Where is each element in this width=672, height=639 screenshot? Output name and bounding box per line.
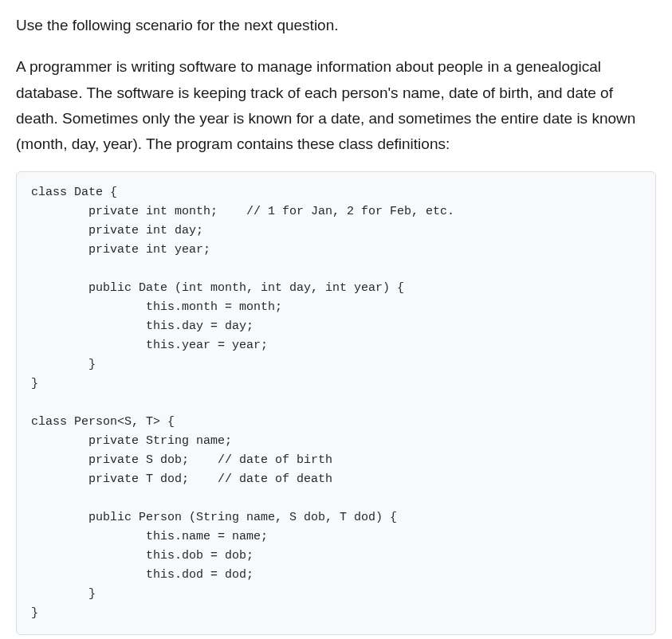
scenario-intro: Use the following scenario for the next … [16,13,656,38]
code-example: class Date { private int month; // 1 for… [16,171,656,635]
scenario-description: A programmer is writing software to mana… [16,54,656,157]
